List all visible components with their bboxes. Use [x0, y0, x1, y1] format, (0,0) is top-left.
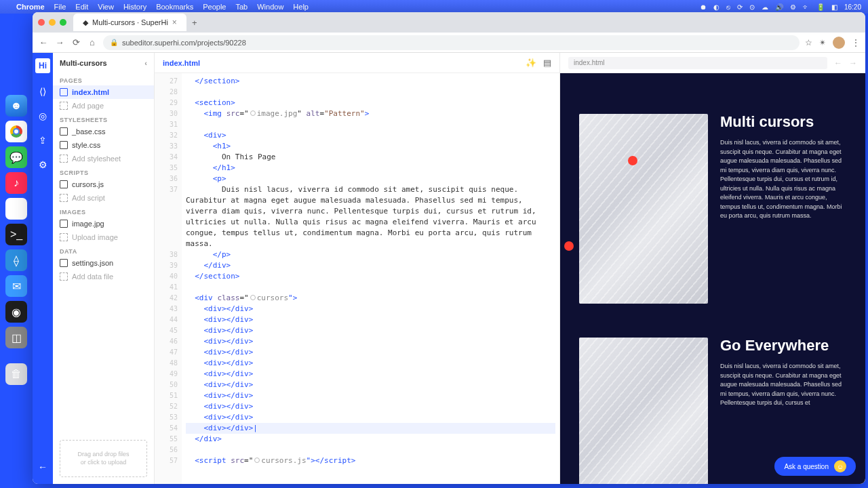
window-zoom-icon[interactable] — [60, 19, 66, 26]
nav-reload-icon[interactable]: ⟳ — [71, 37, 81, 47]
vnav-back-icon[interactable]: ← — [37, 461, 49, 473]
ai-assist-icon[interactable]: ✨ — [526, 58, 536, 68]
nav-forward-icon[interactable]: → — [54, 37, 65, 47]
sidebar-file-settings-json[interactable]: settings.json — [53, 256, 154, 270]
preview-back-icon[interactable]: ← — [834, 58, 842, 68]
vnav-settings-icon[interactable]: ⚙︎ — [37, 159, 49, 171]
section-images-label: IMAGES — [53, 205, 154, 217]
dock-messages-icon[interactable]: 💬 — [5, 146, 27, 168]
ask-question-button[interactable]: Ask a question ☺ — [774, 457, 856, 476]
status-icon[interactable]: ⊙ — [749, 3, 755, 11]
status-icon[interactable]: 🔊 — [775, 3, 783, 11]
add-script-button[interactable]: Add script — [53, 191, 154, 205]
file-label: image.jpg — [72, 220, 104, 228]
control-center-icon[interactable]: ◧ — [831, 3, 837, 11]
code-body[interactable]: </section> <section> <img src="image.jpg… — [182, 73, 559, 484]
editor-tab-index-html[interactable]: index.html — [163, 59, 200, 67]
preview-heading: Go Everywhere — [720, 338, 846, 354]
file-dropzone[interactable]: Drag and drop files or click to upload — [60, 440, 147, 477]
preview-forward-icon[interactable]: → — [849, 58, 857, 68]
new-tab-button[interactable]: + — [192, 18, 197, 28]
vnav-preview-icon[interactable]: ◎ — [37, 110, 49, 122]
add-label: Upload image — [72, 233, 118, 241]
extensions-icon[interactable]: ✴︎ — [819, 38, 826, 47]
preview-heading: Multi cursors — [720, 114, 846, 130]
dock-chrome-icon[interactable] — [5, 121, 27, 142]
status-icon[interactable]: ☁︎ — [762, 3, 768, 11]
vnav-share-icon[interactable]: ⇪ — [37, 134, 49, 146]
status-icon[interactable]: ⎋ — [726, 3, 730, 11]
add-data-file-button[interactable]: Add data file — [53, 270, 154, 283]
dock-finder-icon[interactable]: ☻ — [5, 95, 27, 117]
status-icon[interactable]: ⚙︎ — [790, 3, 796, 11]
preview-url-bar[interactable]: index.html — [568, 57, 827, 69]
sidebar-file-index-html[interactable]: index.html — [53, 85, 154, 99]
share-icon[interactable]: ☆ — [805, 38, 812, 47]
menu-view[interactable]: View — [98, 3, 114, 11]
preview-viewport[interactable]: Multi cursors Duis nisl lacus, viverra i… — [560, 73, 865, 484]
status-icon[interactable]: ⏺ — [700, 3, 707, 11]
dock-vscode-icon[interactable]: ⟠ — [5, 249, 27, 271]
ask-label: Ask a question — [784, 463, 829, 470]
menu-window[interactable]: Window — [257, 3, 283, 11]
macos-dock: ☻ 💬 ♪ ⌗ >_ ⟠ ✉︎ ◉ ◫ 🗑 — [3, 95, 30, 385]
menu-people[interactable]: People — [203, 3, 226, 11]
dropzone-text: or click to upload — [64, 458, 142, 467]
section-scripts-label: SCRIPTS — [53, 165, 154, 178]
add-stylesheet-button[interactable]: Add stylesheet — [53, 152, 154, 165]
file-icon — [60, 220, 68, 228]
wifi-icon[interactable]: ᯤ — [803, 3, 810, 11]
editor-panel: index.html ✨ ▤ 2728293031323334353637383… — [155, 53, 560, 484]
menu-edit[interactable]: Edit — [75, 3, 88, 11]
menu-tab[interactable]: Tab — [235, 3, 248, 11]
add-page-button[interactable]: Add page — [53, 99, 154, 113]
menu-bookmarks[interactable]: Bookmarks — [156, 3, 193, 11]
sidebar-collapse-icon[interactable]: ‹ — [144, 59, 147, 67]
dock-slack-icon[interactable]: ⌗ — [5, 198, 27, 220]
sidebar-file-cursors-js[interactable]: cursors.js — [53, 178, 154, 191]
dropzone-text: Drag and drop files — [64, 450, 142, 459]
dock-figma-icon[interactable]: ◉ — [5, 301, 27, 323]
file-icon — [60, 259, 68, 267]
status-icon[interactable]: ⟳ — [737, 3, 743, 11]
code-editor[interactable]: 2728293031323334353637383940414243444546… — [155, 73, 559, 484]
profile-avatar[interactable] — [833, 37, 845, 49]
window-close-icon[interactable] — [38, 19, 45, 26]
file-icon — [60, 88, 68, 96]
file-sidebar: Multi-cursors ‹ PAGES index.html Add pag… — [53, 53, 155, 484]
sidebar-file-style-css[interactable]: style.css — [53, 138, 154, 152]
battery-icon[interactable]: 🔋 — [816, 3, 825, 11]
menu-help[interactable]: Help — [293, 3, 309, 11]
layout-toggle-icon[interactable]: ▤ — [543, 58, 551, 68]
dock-app-icon[interactable]: ◫ — [5, 327, 27, 348]
sidebar-file-image-jpg[interactable]: image.jpg — [53, 217, 154, 230]
browser-tab[interactable]: ◆ Multi-cursors · SuperHi × — [73, 14, 186, 31]
sidebar-file-base-css[interactable]: _base.css — [53, 125, 154, 138]
upload-image-button[interactable]: Upload image — [53, 230, 154, 244]
nav-back-icon[interactable]: ← — [38, 37, 49, 47]
dock-mail-icon[interactable]: ✉︎ — [5, 275, 27, 297]
menu-history[interactable]: History — [123, 3, 146, 11]
file-label: _base.css — [72, 127, 106, 136]
section-pages-label: PAGES — [53, 73, 154, 85]
plus-icon — [60, 102, 68, 110]
nav-home-icon[interactable]: ⌂ — [87, 37, 98, 47]
menubar-clock[interactable]: 16:20 — [844, 3, 861, 11]
dock-trash-icon[interactable]: 🗑 — [5, 363, 27, 385]
window-minimize-icon[interactable] — [49, 19, 56, 26]
status-icon[interactable]: ◐ — [713, 3, 719, 11]
superhi-logo-icon[interactable]: Hi — [35, 58, 50, 73]
menubar-app[interactable]: Chrome — [16, 3, 45, 11]
dock-terminal-icon[interactable]: >_ — [5, 224, 27, 245]
preview-paragraph: Duis nisl lacus, viverra id commodo sit … — [720, 138, 846, 221]
tab-favicon-icon: ◆ — [83, 18, 88, 27]
address-bar[interactable]: 🔒 subeditor.superhi.com/projects/90228 — [103, 35, 800, 50]
vnav-code-icon[interactable]: ⟨⟩ — [37, 85, 49, 98]
chrome-menu-icon[interactable]: ⋮ — [852, 38, 860, 47]
tab-close-icon[interactable]: × — [172, 18, 177, 27]
file-icon — [60, 127, 68, 136]
add-label: Add script — [72, 194, 105, 202]
menu-file[interactable]: File — [54, 3, 66, 11]
dock-music-icon[interactable]: ♪ — [5, 172, 27, 194]
cursor-dot-icon — [628, 156, 637, 165]
